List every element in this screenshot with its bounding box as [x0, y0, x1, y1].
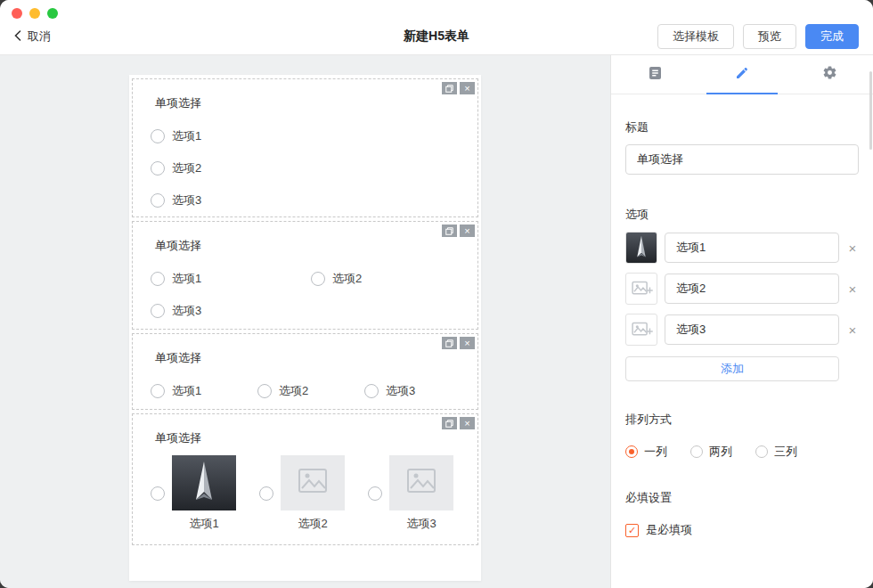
canvas-area: × 单项选择 选项1 选项2 选项3 × 单项选择	[0, 55, 610, 588]
question-block-4[interactable]: × 单项选择 选项1	[132, 413, 478, 545]
window-controls	[12, 8, 58, 19]
radio-unchecked-icon	[755, 445, 768, 458]
option-label: 选项1	[172, 383, 201, 399]
required-section-label: 必填设置	[625, 490, 859, 506]
copy-block-icon[interactable]	[442, 82, 457, 94]
settings-panel: 标题 选项 × × × 添加	[610, 55, 873, 588]
delete-block-icon[interactable]: ×	[460, 417, 475, 429]
pencil-icon	[735, 66, 749, 84]
options-section-label: 选项	[625, 207, 859, 223]
question-title: 单项选择	[155, 238, 460, 254]
options-list: 选项1 选项2 选项3	[151, 120, 460, 216]
option-label: 选项2	[332, 271, 362, 287]
tab-edit[interactable]	[698, 55, 786, 94]
delete-block-icon[interactable]: ×	[460, 225, 475, 237]
copy-block-icon[interactable]	[442, 417, 457, 429]
option-label: 选项3	[386, 383, 415, 399]
radio-icon	[259, 486, 273, 501]
radio-option[interactable]: 选项2	[257, 375, 364, 407]
option-label: 选项1	[172, 271, 201, 287]
question-title: 单项选择	[155, 430, 460, 446]
titlebar: 取消 新建H5表单 选择模板 预览 完成	[0, 0, 873, 55]
option-input[interactable]	[665, 274, 839, 304]
add-option-button[interactable]: 添加	[625, 356, 839, 381]
tab-settings[interactable]	[786, 55, 873, 94]
close-window-button[interactable]	[12, 8, 22, 19]
radio-icon	[151, 384, 165, 398]
question-block-2[interactable]: × 单项选择 选项1 选项2 选项3	[132, 221, 478, 330]
required-checkbox[interactable]: ✓ 是必填项	[625, 522, 859, 538]
option-input[interactable]	[665, 314, 839, 345]
option-label: 选项2	[298, 516, 327, 532]
option-label: 选项3	[172, 303, 201, 319]
image-placeholder-icon	[389, 455, 453, 510]
option-image-thumb[interactable]	[625, 232, 657, 264]
radio-option[interactable]: 选项1	[151, 263, 311, 295]
minimize-window-button[interactable]	[29, 8, 40, 19]
radio-icon	[151, 304, 165, 318]
radio-option[interactable]: 选项1	[151, 120, 460, 152]
block-tools: ×	[442, 417, 475, 429]
question-title: 单项选择	[155, 350, 460, 366]
title-input[interactable]	[625, 144, 859, 175]
radio-option[interactable]: 选项3	[151, 184, 460, 216]
question-block-1[interactable]: × 单项选择 选项1 选项2 选项3	[132, 78, 478, 217]
tab-outline[interactable]	[611, 55, 698, 94]
block-tools: ×	[442, 337, 475, 349]
copy-block-icon[interactable]	[442, 225, 457, 237]
back-chevron-icon	[14, 30, 21, 44]
image-radio-option[interactable]: 选项2	[259, 455, 345, 532]
radio-option[interactable]: 选项3	[364, 375, 471, 407]
option-label: 选项3	[172, 192, 201, 208]
preview-button[interactable]: 预览	[743, 24, 796, 49]
arrangement-option-label: 三列	[774, 444, 797, 460]
options-list: 选项1 选项2 选项3	[151, 263, 460, 327]
arrangement-options: 一列 两列 三列	[625, 444, 859, 460]
image-option-column: 选项1	[172, 455, 236, 532]
block-tools: ×	[442, 225, 475, 237]
title-section-label: 标题	[625, 119, 859, 135]
cancel-button[interactable]: 取消	[14, 29, 51, 45]
radio-icon	[151, 161, 165, 176]
add-image-icon[interactable]	[625, 314, 657, 346]
radio-icon	[257, 384, 272, 398]
option-label: 选项1	[189, 516, 218, 532]
checkbox-checked-icon: ✓	[625, 524, 639, 537]
header-row: 取消 新建H5表单 选择模板 预览 完成	[0, 19, 873, 54]
arrangement-two-column[interactable]: 两列	[690, 444, 732, 460]
panel-body: 标题 选项 × × × 添加	[611, 94, 873, 538]
remove-option-icon[interactable]: ×	[846, 323, 859, 338]
arrangement-option-label: 两列	[709, 444, 732, 460]
image-placeholder-icon	[281, 455, 345, 510]
remove-option-icon[interactable]: ×	[846, 282, 859, 297]
image-option-column: 选项3	[389, 455, 453, 532]
radio-option[interactable]: 选项2	[151, 152, 460, 184]
panel-scrollbar[interactable]	[869, 71, 872, 150]
option-input[interactable]	[665, 233, 839, 263]
zoom-window-button[interactable]	[47, 8, 58, 19]
radio-option[interactable]: 选项2	[311, 263, 471, 295]
delete-block-icon[interactable]: ×	[460, 337, 475, 349]
delete-block-icon[interactable]: ×	[460, 82, 475, 94]
remove-option-icon[interactable]: ×	[846, 241, 859, 256]
select-template-button[interactable]: 选择模板	[657, 24, 734, 49]
image-radio-option[interactable]: 选项3	[368, 455, 453, 532]
done-button[interactable]: 完成	[805, 24, 859, 49]
copy-block-icon[interactable]	[442, 337, 457, 349]
header-actions: 选择模板 预览 完成	[657, 24, 859, 49]
radio-icon	[151, 486, 165, 501]
option-row-3: ×	[625, 314, 859, 346]
arrangement-three-column[interactable]: 三列	[755, 444, 797, 460]
form-canvas: × 单项选择 选项1 选项2 选项3 × 单项选择	[129, 75, 481, 581]
image-radio-option[interactable]: 选项1	[151, 455, 236, 532]
gear-icon	[822, 65, 837, 84]
radio-option[interactable]: 选项1	[151, 375, 257, 407]
question-block-3[interactable]: × 单项选择 选项1 选项2 选项3	[132, 333, 478, 410]
add-image-icon[interactable]	[625, 273, 657, 305]
radio-option[interactable]: 选项3	[151, 295, 311, 327]
arrangement-one-column[interactable]: 一列	[625, 444, 667, 460]
radio-icon	[368, 486, 382, 501]
radio-unchecked-icon	[690, 445, 703, 458]
option-row-2: ×	[625, 273, 859, 305]
radio-icon	[151, 129, 165, 143]
